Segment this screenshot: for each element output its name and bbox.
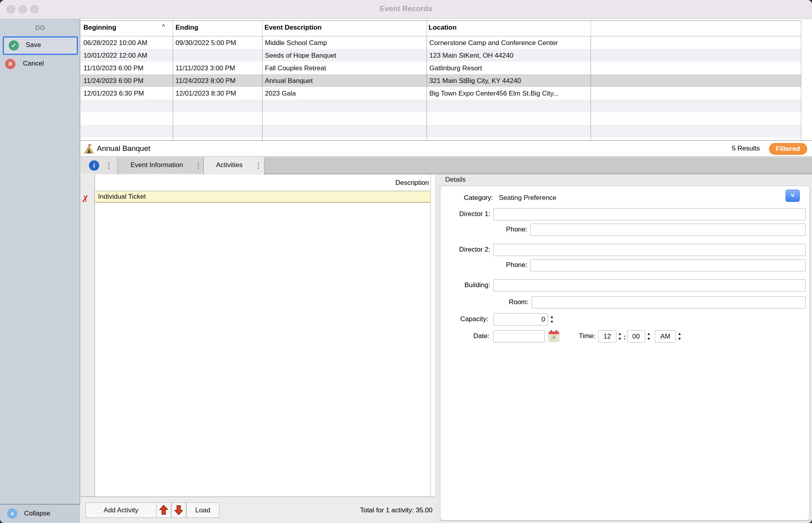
tab-bar: i ⋮ Event Information ⋮ Activities ⋮ [81, 157, 812, 174]
record-title: Annual Banquet [97, 144, 150, 153]
director1-field[interactable] [493, 208, 806, 220]
activity-column-header: Description [95, 179, 429, 187]
table-row-empty[interactable] [81, 112, 801, 125]
hour-stepper[interactable]: ▲▼ [617, 331, 623, 342]
stepper-up-icon: ▲ [549, 314, 555, 319]
event-tent-icon [83, 143, 94, 154]
phone2-label: Phone: [494, 261, 527, 271]
tab-activities-label: Activities [199, 161, 259, 169]
director2-field[interactable] [493, 244, 806, 256]
sidebar-header: DO [0, 24, 80, 32]
column-header-event-description[interactable]: Event Description [264, 24, 322, 32]
building-label: Building: [443, 281, 490, 291]
column-separator [591, 36, 591, 140]
move-down-button[interactable] [171, 502, 186, 518]
table-row-empty [81, 137, 801, 140]
tab-activities[interactable]: Activities ⋮ [204, 157, 264, 175]
stepper-down-icon: ▼ [549, 319, 555, 324]
load-button[interactable]: Load [186, 502, 219, 518]
column-separator [262, 36, 262, 140]
column-header-ending[interactable]: Ending [176, 24, 198, 32]
table-row[interactable]: 06/28/2022 10:00 AM 09/30/2022 5:00 PM M… [81, 36, 801, 49]
time-hour-field[interactable] [598, 330, 616, 342]
tab-event-information-label: Event Information [114, 161, 199, 169]
details-legend: Details [445, 176, 466, 184]
save-button[interactable]: ✓ Save [3, 36, 78, 55]
save-button-label: Save [26, 41, 41, 49]
table-row-empty[interactable] [81, 100, 801, 112]
move-up-button[interactable] [156, 502, 171, 518]
cancel-x-icon: ✕ [5, 59, 15, 69]
phone2-field[interactable] [530, 259, 806, 271]
time-meridiem-field[interactable] [655, 330, 676, 342]
tab-event-information[interactable]: Event Information ⋮ [118, 157, 204, 174]
filtered-badge[interactable]: Filtered [769, 143, 807, 155]
room-field[interactable] [532, 296, 806, 309]
category-label: Category: [443, 194, 493, 203]
table-row-selected[interactable]: 11/24/2023 6:00 PM 11/24/2023 8:00 PM An… [81, 74, 801, 87]
table-scrollbar[interactable] [801, 21, 812, 140]
calendar-icon[interactable] [548, 330, 560, 342]
activities-footer: Add Activity Load Total for 1 activity: … [81, 497, 435, 523]
time-separator: : [623, 333, 626, 341]
phone1-field[interactable] [530, 224, 806, 236]
time-minute-field[interactable] [627, 330, 645, 342]
chevron-down-icon: ˅ [791, 192, 795, 199]
capacity-field[interactable] [493, 313, 548, 325]
phone1-label: Phone: [494, 226, 527, 235]
activities-panel: Description χ Individual Ticket [81, 175, 435, 497]
event-records-window: Event Records DO ✓ Save ✕ Cancel « Colla… [0, 0, 812, 523]
sidebar: DO ✓ Save ✕ Cancel « Collapse [0, 19, 80, 523]
delete-activity-icon[interactable]: χ [83, 192, 88, 202]
record-header: Annual Banquet 5 Results Filtered [81, 141, 812, 157]
minute-stepper[interactable]: ▲▼ [646, 331, 651, 342]
details-region: Details Category: Seating Preference ˅ D… [435, 175, 812, 523]
column-separator [427, 36, 427, 140]
kebab-icon[interactable]: ⋮ [105, 161, 113, 170]
add-activity-button[interactable]: Add Activity [85, 502, 157, 518]
activities-total: Total for 1 activity: 35.00 [360, 506, 432, 514]
details-panel [440, 186, 810, 521]
cancel-button[interactable]: ✕ Cancel [0, 58, 80, 73]
column-header-beginning[interactable]: Beginning [83, 24, 116, 32]
activity-row[interactable]: Individual Ticket [95, 191, 431, 203]
table-row[interactable]: 11/10/2023 6:00 PM 11/11/2023 3:00 PM Fa… [81, 62, 801, 74]
category-dropdown-button[interactable]: ˅ [786, 190, 800, 202]
kebab-icon[interactable]: ⋮ [255, 161, 262, 170]
window-title: Event Records [0, 4, 812, 13]
sort-asc-icon[interactable]: ^ [162, 23, 165, 30]
tab-info-segment: i ⋮ [81, 157, 118, 174]
capacity-stepper[interactable]: ▲ ▼ [549, 314, 555, 325]
director2-label: Director 2: [443, 246, 490, 255]
column-header-location[interactable]: Location [429, 24, 457, 32]
meridiem-stepper[interactable]: ▲▼ [677, 331, 682, 342]
activity-description: Individual Ticket [98, 193, 146, 200]
table-row-empty[interactable] [81, 125, 801, 137]
collapse-chevrons-icon: « [7, 508, 17, 519]
date-field[interactable] [493, 330, 545, 342]
red-down-arrow-icon [174, 505, 183, 515]
save-check-icon: ✓ [9, 40, 19, 51]
collapse-button-label: Collapse [24, 510, 50, 517]
table-row[interactable]: 12/01/2023 6:30 PM 12/01/2023 8:30 PM 20… [81, 87, 801, 100]
cancel-button-label: Cancel [23, 60, 44, 68]
column-separator [173, 36, 173, 140]
activity-row-gutter [81, 175, 95, 497]
category-value[interactable]: Seating Preference [499, 194, 557, 202]
title-bar: Event Records [0, 0, 812, 19]
results-count: 5 Results [732, 145, 760, 152]
date-label: Date: [443, 332, 489, 342]
info-icon[interactable]: i [89, 160, 99, 171]
table-row[interactable]: 10/01/2022 12:00 AM Seeds of Hope Banque… [81, 49, 801, 62]
room-label: Room: [494, 298, 529, 308]
capacity-label: Capacity: [443, 315, 488, 325]
red-up-arrow-icon [159, 505, 168, 515]
building-field[interactable] [493, 279, 806, 292]
director1-label: Director 1: [443, 210, 490, 220]
collapse-button[interactable]: « Collapse [0, 504, 80, 523]
time-label: Time: [572, 332, 595, 342]
